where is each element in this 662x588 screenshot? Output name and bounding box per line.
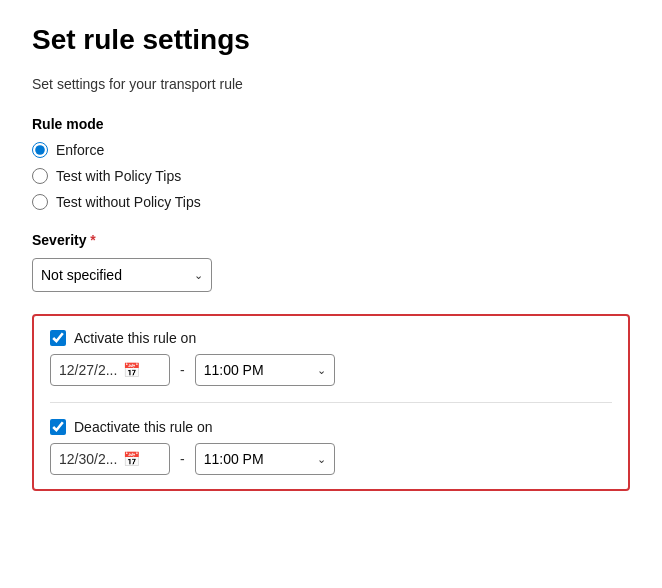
radio-test-without-tips-label: Test without Policy Tips: [56, 194, 201, 210]
required-star: *: [86, 232, 95, 248]
dash-separator-1: -: [180, 362, 185, 378]
deactivate-date-text: 12/30/2...: [59, 451, 117, 467]
severity-dropdown[interactable]: Not specified Low Medium High ⌄: [32, 258, 212, 292]
calendar-icon: 📅: [123, 362, 140, 378]
severity-label: Severity *: [32, 232, 630, 248]
radio-enforce[interactable]: Enforce: [32, 142, 630, 158]
rule-mode-label: Rule mode: [32, 116, 630, 132]
calendar-icon-2: 📅: [123, 451, 140, 467]
activate-time-dropdown[interactable]: 11:00 PM 12:00 AM ⌄: [195, 354, 335, 386]
activate-date-time-row: 12/27/2... 📅 - 11:00 PM 12:00 AM ⌄: [50, 354, 612, 386]
activation-box: Activate this rule on 12/27/2... 📅 - 11:…: [32, 314, 630, 491]
chevron-down-icon: ⌄: [194, 269, 203, 282]
page-title: Set rule settings: [32, 24, 630, 56]
radio-enforce-label: Enforce: [56, 142, 104, 158]
radio-test-with-tips-label: Test with Policy Tips: [56, 168, 181, 184]
severity-section: Severity * Not specified Low Medium High…: [32, 232, 630, 292]
deactivate-date-input[interactable]: 12/30/2... 📅: [50, 443, 170, 475]
radio-test-without-tips-input[interactable]: [32, 194, 48, 210]
activate-rule-label: Activate this rule on: [74, 330, 196, 346]
deactivate-rule-label: Deactivate this rule on: [74, 419, 213, 435]
activate-time-select[interactable]: 11:00 PM 12:00 AM: [204, 362, 317, 378]
deactivate-rule-row: Deactivate this rule on 12/30/2... 📅 - 1…: [50, 419, 612, 475]
divider: [50, 402, 612, 403]
chevron-down-icon-time1: ⌄: [317, 364, 326, 377]
deactivate-rule-checkbox[interactable]: [50, 419, 66, 435]
severity-select[interactable]: Not specified Low Medium High: [41, 267, 194, 283]
dash-separator-2: -: [180, 451, 185, 467]
deactivate-time-select[interactable]: 11:00 PM 12:00 AM: [204, 451, 317, 467]
page-subtitle: Set settings for your transport rule: [32, 76, 630, 92]
radio-enforce-input[interactable]: [32, 142, 48, 158]
activate-date-input[interactable]: 12/27/2... 📅: [50, 354, 170, 386]
activate-rule-row: Activate this rule on 12/27/2... 📅 - 11:…: [50, 330, 612, 386]
radio-test-with-tips-input[interactable]: [32, 168, 48, 184]
activate-rule-checkbox-row[interactable]: Activate this rule on: [50, 330, 612, 346]
radio-test-with-tips[interactable]: Test with Policy Tips: [32, 168, 630, 184]
activate-date-text: 12/27/2...: [59, 362, 117, 378]
radio-test-without-tips[interactable]: Test without Policy Tips: [32, 194, 630, 210]
deactivate-rule-checkbox-row[interactable]: Deactivate this rule on: [50, 419, 612, 435]
deactivate-time-dropdown[interactable]: 11:00 PM 12:00 AM ⌄: [195, 443, 335, 475]
deactivate-date-time-row: 12/30/2... 📅 - 11:00 PM 12:00 AM ⌄: [50, 443, 612, 475]
activate-rule-checkbox[interactable]: [50, 330, 66, 346]
chevron-down-icon-time2: ⌄: [317, 453, 326, 466]
rule-mode-group: Enforce Test with Policy Tips Test witho…: [32, 142, 630, 210]
